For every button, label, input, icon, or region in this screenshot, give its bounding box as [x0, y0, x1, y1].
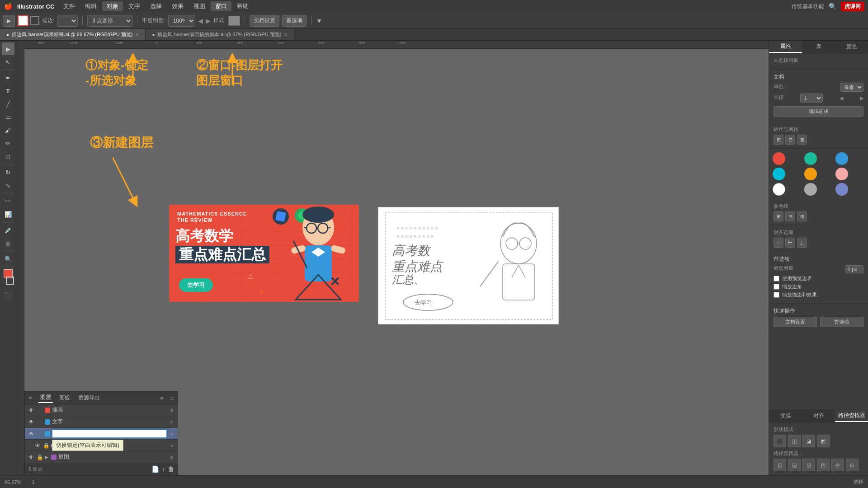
rpanel-corner-check[interactable] [774, 284, 779, 290]
rpanel-board-left[interactable]: ◀ [840, 95, 843, 101]
layer-eye-original[interactable]: 👁 [28, 454, 35, 460]
blend-tool[interactable]: ◎ [2, 237, 14, 249]
rpanel-unit-select[interactable]: 像素 [840, 83, 863, 92]
layer-new-btn[interactable]: 📄 [151, 465, 159, 473]
layer-tab-layers[interactable]: 图层 [38, 393, 53, 403]
layer-lock-color[interactable]: 🔒 [43, 442, 49, 449]
layer-eye-illustration[interactable]: 👁 [28, 407, 35, 413]
rpanel-edit-template-btn[interactable]: 编辑画板 [774, 106, 863, 117]
rpanel-pf-4[interactable]: ◰ [817, 459, 830, 471]
zoom-tool[interactable]: 🔍 [2, 253, 14, 265]
rpanel-quick-pref[interactable]: 首选项 [820, 317, 864, 327]
menu-window[interactable]: 窗口 [211, 1, 231, 11]
menu-view[interactable]: 视图 [189, 1, 210, 11]
menu-select[interactable]: 选择 [146, 1, 166, 11]
menu-object[interactable]: 对象 [102, 1, 123, 11]
tab-1[interactable]: ● 插边风-banner演示精稿.ai @ 66.67% (RGB/GPU 预览… [0, 29, 146, 40]
opacity-select[interactable]: 100% [168, 15, 195, 27]
fill-color[interactable] [18, 15, 28, 26]
rpanel-shape-exclude[interactable]: ◩ [817, 435, 830, 447]
eraser-tool[interactable]: ◻ [2, 150, 14, 163]
rpanel-pf-5[interactable]: ◴ [831, 459, 844, 471]
layer-name-illustration[interactable]: 插画 [52, 406, 167, 414]
rpanel-guide-icon3[interactable]: ⊠ [797, 211, 807, 221]
stroke-color[interactable] [30, 16, 39, 25]
doc-settings-btn[interactable]: 文档设置 [250, 15, 279, 27]
rpanel-align-left[interactable]: ⊣ [774, 238, 783, 248]
rpanel-tab-pathfinder[interactable]: 路径查找器 [835, 410, 868, 422]
tab-1-close[interactable]: ✕ [135, 32, 139, 37]
pen-tool[interactable]: ✒ [2, 71, 14, 84]
layer-eye-text[interactable]: 👁 [28, 419, 35, 425]
panel-menu-icon[interactable]: ☰ [170, 395, 174, 401]
tab-2-close[interactable]: ✕ [284, 32, 288, 37]
pencil-tool[interactable]: ✏ [2, 137, 14, 150]
canvas-area[interactable]: 300 1200 1100 0 100 200 300 400 500 600 … [16, 41, 769, 475]
banner-btn[interactable]: 去学习 [179, 278, 213, 292]
layer-trash-btn[interactable]: 🗑 [168, 465, 174, 473]
rpanel-grid-icon1[interactable]: ⊞ [774, 135, 783, 145]
search-icon[interactable]: 🔍 [829, 3, 836, 10]
scale-tool[interactable]: ⤡ [2, 179, 14, 192]
layer-tab-boards[interactable]: 画板 [57, 393, 72, 403]
rpanel-board-right[interactable]: ▶ [860, 95, 863, 101]
rpanel-shape-unite[interactable]: ⬛ [774, 435, 786, 447]
swatch-orange[interactable] [804, 168, 817, 180]
rpanel-tab-align[interactable]: 对齐 [802, 410, 835, 422]
stroke-swatch[interactable] [6, 277, 14, 285]
stroke-select[interactable]: — [57, 15, 78, 27]
apple-menu[interactable]: 🍎 [4, 2, 13, 10]
rpanel-quick-doc[interactable]: 文档设置 [774, 317, 817, 327]
canvas-content[interactable]: ①对象-锁定 -所选对象 ②窗口-图层打开 图层窗口 [24, 49, 769, 475]
rpanel-shape-minus[interactable]: ◫ [788, 435, 801, 447]
style-preview[interactable] [228, 16, 240, 26]
graph-tool[interactable]: 📊 [2, 208, 14, 221]
menu-text[interactable]: 文字 [124, 1, 145, 11]
rpanel-preview-check[interactable] [774, 276, 779, 282]
type-tool[interactable]: T [2, 84, 14, 97]
layer-name-original[interactable]: 原图 [58, 453, 167, 461]
menu-help[interactable]: 帮助 [232, 1, 253, 11]
rpanel-align-center[interactable]: ⊢ [785, 238, 795, 248]
rpanel-pf-1[interactable]: ◱ [774, 459, 786, 471]
menu-effect[interactable]: 效果 [167, 1, 188, 11]
rect-tool[interactable]: ▭ [2, 111, 14, 123]
shape-select[interactable]: 3 点圆形 [87, 15, 132, 27]
paintbrush-tool[interactable]: 🖌 [2, 124, 14, 136]
layer-eye-editing[interactable]: 👁 [28, 431, 35, 437]
rpanel-align-right[interactable]: ⊥ [797, 238, 807, 248]
rpanel-kb-input[interactable] [845, 265, 863, 273]
rpanel-shape-intersect[interactable]: ◪ [802, 435, 815, 447]
panel-expand-icon[interactable]: ≡ [160, 395, 163, 401]
swatch-purple[interactable] [835, 183, 848, 196]
menu-edit[interactable]: 编辑 [80, 1, 101, 11]
rpanel-scale-check[interactable] [774, 292, 779, 298]
swatch-white[interactable] [773, 183, 785, 196]
rpanel-tab-library[interactable]: 库 [802, 41, 835, 53]
rpanel-pf-3[interactable]: ◳ [802, 459, 815, 471]
warp-tool[interactable]: 〰 [2, 195, 14, 207]
swatch-pink[interactable] [835, 168, 848, 180]
rpanel-pf-6[interactable]: ◵ [846, 459, 859, 471]
opacity-arrow-right[interactable]: ▶ [206, 17, 211, 24]
swatch-cyan[interactable] [773, 168, 785, 180]
swatch-teal[interactable] [804, 152, 817, 165]
tab-2[interactable]: ● 插边风-banner演示稿的副本.ai @ 67% (RGB/GPU 预览)… [146, 29, 294, 40]
line-tool[interactable]: ╱ [2, 98, 14, 110]
rpanel-tab-properties[interactable]: 属性 [769, 41, 802, 53]
eyedropper-tool[interactable]: 💉 [2, 224, 14, 236]
rpanel-guide-icon2[interactable]: ⊟ [785, 211, 795, 221]
panel-close-btn[interactable]: ✕ [28, 395, 32, 400]
rpanel-pf-2[interactable]: ◲ [788, 459, 801, 471]
layer-tab-assets[interactable]: 资源导出 [76, 393, 102, 403]
layer-expand-original[interactable]: ▶ [45, 455, 48, 460]
layer-lock-original[interactable]: 🔒 [37, 454, 43, 460]
selection-tool-btn[interactable]: ▶ [3, 15, 15, 27]
change-screen-mode[interactable]: ⬛ [2, 289, 14, 301]
menu-file[interactable]: 文件 [59, 1, 80, 11]
preferences-btn[interactable]: 首选项 [282, 15, 307, 27]
swatch-blue[interactable] [835, 152, 848, 165]
direct-select-tool[interactable]: ↖ [2, 56, 14, 68]
layer-name-input[interactable] [52, 430, 167, 438]
opacity-arrow-left[interactable]: ◀ [198, 17, 203, 24]
